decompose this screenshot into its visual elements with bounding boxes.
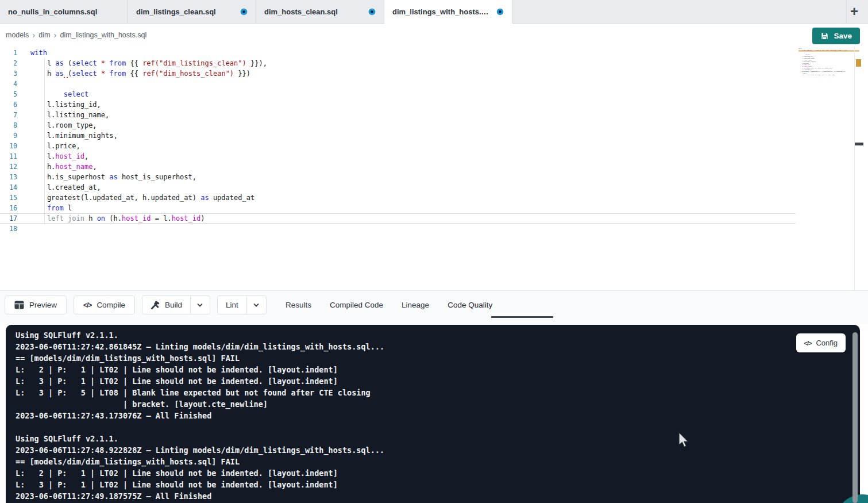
breadcrumb-item[interactable]: dim xyxy=(38,31,50,39)
terminal-line: == [models/dim/dim_listings_with_hosts.s… xyxy=(16,352,384,364)
code-line: 7 l.listing_name, xyxy=(0,110,796,120)
breadcrumb: models›dim›dim_listings_with_hosts.sql xyxy=(0,31,146,39)
gutter-line-number: 11 xyxy=(0,151,26,162)
gutter-line-number: 3 xyxy=(0,68,26,79)
ruler-cursor-marker xyxy=(855,143,863,145)
minimap-line xyxy=(798,76,859,78)
lint-button[interactable]: Lint xyxy=(218,296,246,314)
ruler-warning-marker xyxy=(856,59,861,67)
modified-dot-icon xyxy=(240,8,248,16)
code-editor[interactable]: 1with2 l as (select * from {{ ref("dim_l… xyxy=(0,46,868,290)
tab-label: dim_listings_clean.sql xyxy=(136,7,236,16)
build-button[interactable]: Build xyxy=(142,296,190,314)
editor-tab[interactable]: no_nulls_in_columns.sql xyxy=(0,0,128,24)
terminal-line: 2023-06-06T11:27:43.173076Z — All Finish… xyxy=(16,410,384,421)
gutter-line-number: 17 xyxy=(0,213,26,224)
tab-label: no_nulls_in_columns.sql xyxy=(8,7,119,16)
terminal-line: 2023-06-06T11:27:42.861845Z — Linting mo… xyxy=(16,341,384,352)
editor-header: models›dim›dim_listings_with_hosts.sql S… xyxy=(0,24,868,46)
save-button[interactable]: Save xyxy=(812,28,860,44)
code-line: 8 l.room_type, xyxy=(0,120,796,130)
panel-tab-compiled-code[interactable]: Compiled Code xyxy=(321,301,392,309)
panel-tab-lineage[interactable]: Lineage xyxy=(392,301,438,309)
code-line-text: left join h on (h.host_id = l.host_id) xyxy=(26,213,205,224)
gutter-line-number: 16 xyxy=(0,203,26,213)
panel-tab-results[interactable]: Results xyxy=(276,301,321,309)
tab-bar-filler xyxy=(512,0,868,24)
editor-tab[interactable]: dim_listings_with_hosts.sql xyxy=(384,0,512,24)
tab-bar: no_nulls_in_columns.sqldim_listings_clea… xyxy=(0,0,868,24)
lint-dropdown-button[interactable] xyxy=(246,296,266,314)
code-line: 11 l.host_id, xyxy=(0,151,796,162)
active-tab-underline xyxy=(491,316,553,318)
overview-ruler xyxy=(854,46,855,290)
gutter-line-number: 7 xyxy=(0,110,26,120)
tab-label: dim_hosts_clean.sql xyxy=(264,7,364,16)
panel-tab-code-quality[interactable]: Code Quality xyxy=(438,301,501,309)
terminal-line xyxy=(16,421,384,433)
code-line-text: h as (select * from {{ ref("dim_hosts_cl… xyxy=(26,68,250,79)
gutter-line-number: 4 xyxy=(0,79,26,89)
code-line: 2 l as (select * from {{ ref("dim_listin… xyxy=(0,58,796,68)
gutter-line-number: 15 xyxy=(0,193,26,203)
hammer-icon xyxy=(151,301,160,310)
terminal-line: L: 3 | P: 1 | LT02 | Line should not be … xyxy=(16,375,384,387)
gutter-line-number: 8 xyxy=(0,120,26,130)
code-line-text: l.room_type, xyxy=(26,120,97,130)
code-line-text: l.listing_id, xyxy=(26,99,101,110)
code-line-text: l.minimum_nights, xyxy=(26,130,118,141)
code-line: 15 greatest(l.updated_at, h.updated_at) … xyxy=(0,193,796,203)
terminal-line: 2023-06-06T11:27:48.922828Z — Linting mo… xyxy=(16,444,384,456)
terminal-line: L: 3 | P: 1 | LT02 | Line should not be … xyxy=(16,479,384,490)
code-line: 16 from l xyxy=(0,203,796,213)
terminal-line: == [models/dim/dim_listings_with_hosts.s… xyxy=(16,456,384,467)
editor-tab[interactable]: dim_listings_clean.sql xyxy=(128,0,256,24)
code-line: 4 xyxy=(0,79,796,89)
help-button[interactable] xyxy=(836,494,868,503)
code-line-text: h.host_name, xyxy=(26,162,97,172)
code-line: 1with xyxy=(0,48,796,58)
terminal-line: Using SQLFluff v2.1.1. xyxy=(16,433,384,444)
terminal-line: L: 2 | P: 1 | LT02 | Line should not be … xyxy=(16,467,384,479)
gutter-line-number: 14 xyxy=(0,182,26,193)
breadcrumb-item[interactable]: dim_listings_with_hosts.sql xyxy=(60,31,146,39)
gutter-line-number: 9 xyxy=(0,130,26,141)
gutter-line-number: 10 xyxy=(0,141,26,151)
action-buttons: Preview </> Compile Build xyxy=(5,295,267,314)
save-icon xyxy=(820,32,829,40)
breadcrumb-item[interactable]: models xyxy=(6,31,29,39)
terminal-panel[interactable]: Using SQLFluff v2.1.1.2023-06-06T11:27:4… xyxy=(6,325,860,503)
table-icon xyxy=(14,301,24,309)
terminal-line: L: 2 | P: 1 | LT02 | Line should not be … xyxy=(16,364,384,375)
preview-label: Preview xyxy=(29,301,57,309)
code-line: 9 l.minimum_nights, xyxy=(0,130,796,141)
terminal-scrollbar[interactable] xyxy=(852,332,858,503)
build-dropdown-button[interactable] xyxy=(190,296,210,314)
minimap[interactable]: with l as (select * from {{ ref("dim_lis… xyxy=(798,48,859,78)
chevron-down-icon xyxy=(196,301,204,309)
code-line: 14 l.created_at, xyxy=(0,182,796,193)
code-line-text: from l xyxy=(26,203,72,213)
gutter-line-number: 1 xyxy=(0,48,26,58)
new-tab-button[interactable]: + xyxy=(845,2,863,21)
code-line: 5 select xyxy=(0,89,796,99)
code-line: 3 h as (select * from {{ ref("dim_hosts_… xyxy=(0,68,796,79)
config-button[interactable]: </> Config xyxy=(796,333,846,352)
gutter-line-number: 12 xyxy=(0,162,26,172)
code-line: 6 l.listing_id, xyxy=(0,99,796,110)
compile-button[interactable]: </> Compile xyxy=(74,295,135,314)
editor-tab[interactable]: dim_hosts_clean.sql xyxy=(256,0,384,24)
code-lines: 1with2 l as (select * from {{ ref("dim_l… xyxy=(0,48,796,234)
code-line: 10 l.price, xyxy=(0,141,796,151)
plus-icon: + xyxy=(850,3,858,20)
preview-button[interactable]: Preview xyxy=(5,295,67,314)
code-line-text: l.host_id, xyxy=(26,151,88,162)
save-label: Save xyxy=(834,32,852,40)
gutter-line-number: 5 xyxy=(0,89,26,99)
build-label: Build xyxy=(165,301,182,309)
chevron-down-icon xyxy=(252,301,260,309)
terminal-line: Using SQLFluff v2.1.1. xyxy=(16,329,384,341)
lint-split-button: Lint xyxy=(217,295,267,314)
code-line-text: l.created_at, xyxy=(26,182,101,193)
gutter-line-number: 2 xyxy=(0,58,26,68)
